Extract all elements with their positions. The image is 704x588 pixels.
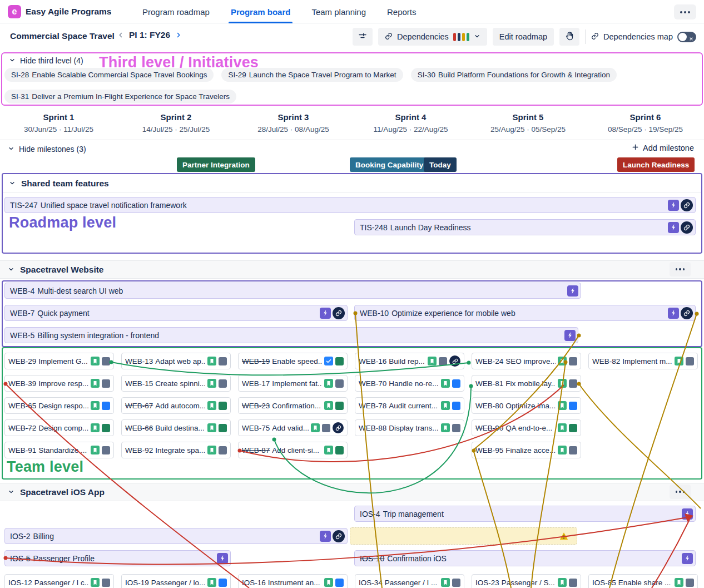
epic-bar[interactable]: IOS-5Passenger Profile (4, 550, 231, 566)
issue-card[interactable]: WEB-15Create spinni... (121, 375, 231, 392)
link-icon[interactable] (333, 422, 344, 433)
issue-card[interactable]: WEB-65Design respo... (4, 397, 114, 414)
status-square (452, 379, 460, 388)
issue-card[interactable]: WEB-92Integrate spa... (121, 442, 231, 458)
chevron-right-icon[interactable] (175, 31, 182, 39)
issue-card[interactable]: IOS-12Passenger / I c... (4, 574, 114, 588)
issue-key: WEB-87 (242, 446, 270, 454)
issue-card[interactable]: WEB-29Implement G... (4, 353, 114, 369)
sprint-column-header: Sprint 328/Jul/25 · 08/Aug/25 (235, 109, 352, 140)
initiative-chip[interactable]: SI-28Enable Scalable Commercial Space Tr… (4, 68, 214, 82)
epic-bar[interactable]: TIS-248Launch Day Readiness (354, 219, 696, 235)
issue-title: Improve resp... (38, 379, 88, 388)
link-icon[interactable] (333, 307, 345, 319)
app-logo[interactable]: e (8, 5, 21, 18)
issue-card[interactable]: WEB-16Build rep... (355, 353, 464, 369)
story-icon (324, 578, 333, 587)
issue-key: IOS-85 (592, 579, 616, 587)
epic-bar[interactable]: IOS-4Trip management (354, 506, 696, 522)
issue-card[interactable]: IOS-85Enable share ... (588, 574, 698, 588)
milestone-badge[interactable]: Launch Readiness (617, 157, 695, 172)
link-icon[interactable] (681, 307, 693, 319)
issue-card[interactable]: WEB-19Enable speed... (238, 353, 348, 369)
link-icon[interactable] (333, 530, 345, 542)
issue-card[interactable]: WEB-13Adapt web ap... (121, 353, 231, 369)
nav-more-button[interactable] (674, 4, 696, 19)
issue-card[interactable]: WEB-67Add autocom... (121, 397, 231, 414)
tab-program-board[interactable]: Program board (231, 0, 291, 23)
issue-title: Design comp... (38, 424, 88, 432)
issue-card[interactable]: WEB-95Finalize acce... (472, 442, 581, 458)
issue-card[interactable]: WEB-90QA end-to-e... (472, 419, 581, 436)
edit-roadmap-button[interactable]: Edit roadmap (493, 28, 554, 46)
issue-key: WEB-24 (475, 357, 503, 365)
link-icon[interactable] (681, 221, 693, 234)
epic-bar[interactable]: WEB-5Billing system integration - fronte… (4, 327, 578, 343)
epic-bar[interactable]: TIS-247Unified space travel notification… (4, 197, 696, 213)
issue-card[interactable]: WEB-72Design comp... (4, 419, 114, 436)
board-title: Commercial Space Travel (10, 31, 115, 41)
section-header-shared[interactable]: Shared team features (3, 174, 701, 193)
issue-key: IOS-34 (359, 579, 383, 587)
scheduling-warning-region[interactable] (350, 527, 577, 545)
link-icon[interactable] (681, 199, 693, 211)
issue-card[interactable]: WEB-87Add client-si... (238, 442, 348, 458)
chevron-left-icon[interactable] (117, 31, 125, 39)
issue-card[interactable]: WEB-88Display trans... (355, 419, 464, 436)
issue-card[interactable]: WEB-78Audit current... (355, 397, 464, 414)
add-milestone-button[interactable]: Add milestone (632, 144, 694, 152)
dependencies-map-toggle[interactable] (677, 32, 696, 42)
tab-reports[interactable]: Reports (387, 0, 417, 23)
issue-key: IOS-19 (125, 579, 149, 587)
epic-bar[interactable]: WEB-4Multi-dest search UI web (4, 283, 581, 299)
issue-card[interactable]: WEB-17Implement fat... (238, 375, 348, 392)
issue-key: WEB-15 (125, 379, 153, 388)
issue-card[interactable]: WEB-24SEO improve... (472, 353, 581, 369)
hide-milestones-toggle[interactable]: Hide milestones (3) (8, 145, 86, 154)
tab-team-planning[interactable]: Team planning (311, 0, 366, 23)
milestone-badge[interactable]: Booking Capability (350, 157, 429, 172)
filter-button[interactable] (353, 28, 373, 46)
tab-program-roadmap[interactable]: Program roadmap (142, 0, 210, 23)
epic-bar[interactable]: WEB-10Optimize experience for mobile web (354, 305, 696, 321)
initiative-chip[interactable]: SI-29Launch the Space Travel Program to … (221, 68, 403, 82)
issue-card[interactable]: IOS-16Instrument an... (238, 574, 348, 588)
issue-card[interactable]: IOS-34Passenger / I ... (355, 574, 464, 588)
issue-title: Instrument an... (268, 579, 322, 587)
issue-card[interactable]: IOS-19Passenger / lo... (121, 574, 231, 588)
issue-title: Finalize acce... (505, 446, 556, 454)
toolbar-actions: Dependencies Edit roadmap Dependencies m… (353, 28, 696, 46)
issue-card[interactable]: WEB-82Implement m... (588, 353, 698, 369)
issue-card[interactable]: IOS-23Passenger / S... (472, 574, 581, 588)
initiative-chip[interactable]: SI-30Build Platform Foundations for Grow… (411, 68, 617, 82)
issue-card[interactable]: WEB-23Confirmation... (238, 397, 348, 414)
issue-card[interactable]: WEB-70Handle no-re... (355, 375, 464, 392)
section-header-ios[interactable]: Spacetravel iOS App (0, 483, 704, 501)
dependencies-button[interactable]: Dependencies (378, 28, 487, 46)
issue-key: WEB-17 (242, 379, 270, 388)
epic-bolt-icon (668, 200, 679, 211)
issue-card[interactable]: WEB-66Build destina... (121, 419, 231, 436)
chevron-down-icon (8, 265, 14, 275)
link-icon[interactable] (449, 355, 460, 367)
issue-title: Add valid... (272, 424, 309, 432)
issue-card[interactable]: WEB-91Standardize ... (4, 442, 114, 458)
chevron-down-icon (474, 32, 480, 41)
section-more-button[interactable] (670, 485, 691, 499)
epic-bolt-icon (217, 553, 228, 564)
issue-card[interactable]: WEB-80Optimize ima... (472, 397, 581, 414)
section-more-button[interactable] (670, 262, 691, 276)
issue-card[interactable]: WEB-39Improve resp... (4, 375, 114, 392)
epic-bar[interactable]: IOS-2Billing (4, 528, 348, 544)
issue-card[interactable]: WEB-81Fix mobile lay... (472, 375, 581, 392)
story-icon (558, 578, 567, 587)
epic-bar[interactable]: WEB-7Quick payment (4, 305, 348, 321)
initiative-chip[interactable]: SI-31Deliver a Premium In-Flight Experie… (4, 90, 236, 103)
issue-title: Add autocom... (155, 402, 205, 410)
hide-third-level-toggle[interactable]: Hide third level (4) (9, 56, 83, 65)
pan-hand-button[interactable] (559, 28, 579, 46)
issue-card[interactable]: WEB-75Add valid... (238, 419, 348, 436)
section-header-website[interactable]: Spacetravel Website (0, 260, 704, 279)
epic-bar[interactable]: IOS-10Confirmation iOS (354, 550, 696, 566)
milestone-badge[interactable]: Partner Integration (177, 157, 255, 172)
